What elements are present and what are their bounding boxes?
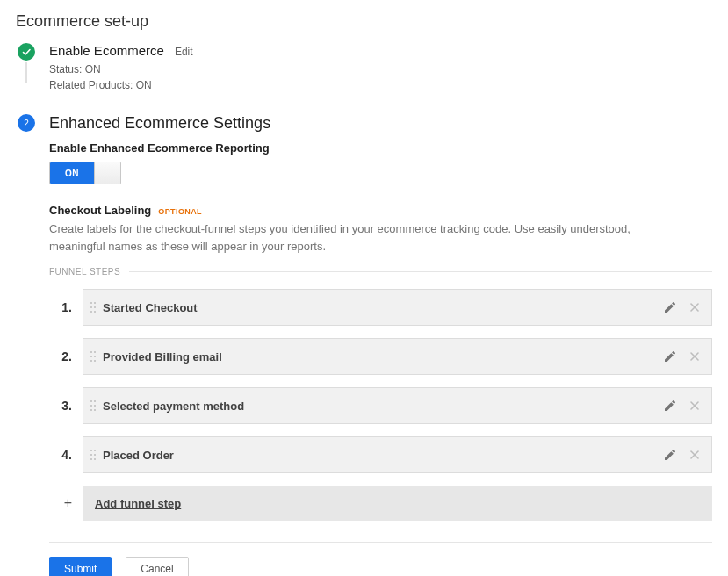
svg-point-10 — [90, 356, 92, 357]
close-icon[interactable] — [687, 398, 703, 414]
cancel-button[interactable]: Cancel — [126, 557, 188, 576]
funnel-step-row: 2.Provided Billing email — [49, 338, 712, 375]
svg-point-17 — [94, 400, 96, 402]
toggle-off-side — [94, 162, 120, 184]
close-icon[interactable] — [687, 299, 703, 315]
enable-reporting-toggle[interactable]: ON — [49, 162, 121, 184]
svg-point-12 — [90, 360, 92, 362]
row-number: 1. — [49, 289, 74, 326]
funnel-step-label: Provided Billing email — [103, 350, 657, 364]
funnel-step-box: Provided Billing email — [83, 338, 712, 375]
drag-handle-icon[interactable] — [89, 349, 97, 364]
step-title: Enhanced Ecommerce Settings — [49, 114, 270, 133]
close-icon[interactable] — [687, 349, 703, 364]
status-label: Status: ON — [49, 61, 712, 77]
check-icon — [18, 43, 35, 61]
checkout-help-text: Create labels for the checkout-funnel st… — [49, 220, 664, 255]
page-title: Ecommerce set-up — [16, 12, 712, 31]
svg-point-9 — [94, 351, 96, 353]
svg-point-18 — [90, 405, 92, 407]
pencil-icon[interactable] — [662, 349, 678, 364]
enable-reporting-label: Enable Enhanced Ecommerce Reporting — [49, 141, 712, 155]
svg-point-4 — [90, 311, 92, 313]
connector-line — [25, 62, 27, 83]
related-products-label: Related Products: ON — [49, 77, 712, 93]
funnel-step-label: Placed Order — [103, 449, 657, 462]
edit-link[interactable]: Edit — [175, 46, 193, 58]
funnel-steps-header: FUNNEL STEPS — [49, 267, 712, 277]
drag-handle-icon[interactable] — [89, 300, 97, 314]
plus-icon: + — [49, 486, 74, 521]
svg-point-24 — [90, 450, 92, 451]
optional-tag: OPTIONAL — [158, 207, 202, 216]
funnel-step-box: Selected payment method — [83, 387, 712, 424]
funnel-steps-label: FUNNEL STEPS — [49, 267, 120, 277]
step-enable-ecommerce: Enable Ecommerce Edit Status: ON Related… — [16, 43, 712, 93]
svg-point-1 — [94, 302, 96, 304]
svg-point-5 — [94, 311, 96, 313]
funnel-step-row: 3.Selected payment method — [49, 387, 712, 424]
add-funnel-step-label: Add funnel step — [95, 497, 181, 510]
row-number: 4. — [49, 436, 74, 473]
funnel-step-label: Started Checkout — [103, 301, 657, 314]
svg-point-8 — [90, 351, 92, 353]
funnel-step-label: Selected payment method — [103, 400, 657, 413]
svg-point-0 — [90, 302, 92, 304]
svg-point-20 — [90, 409, 92, 411]
svg-point-13 — [94, 360, 96, 362]
svg-point-21 — [94, 409, 96, 411]
close-icon[interactable] — [687, 447, 703, 463]
step-number-badge: 2 — [18, 114, 35, 132]
pencil-icon[interactable] — [662, 447, 678, 463]
funnel-step-box: Placed Order — [83, 436, 712, 473]
row-number: 2. — [49, 338, 74, 375]
funnel-step-box: Started Checkout — [83, 289, 712, 326]
step-title: Enable Ecommerce — [49, 43, 164, 58]
step-enhanced-ecommerce: 2 Enhanced Ecommerce Settings Enable Enh… — [16, 114, 712, 576]
svg-point-29 — [94, 458, 96, 460]
add-funnel-step-row: + Add funnel step — [49, 486, 712, 521]
toggle-on-label: ON — [50, 162, 94, 184]
pencil-icon[interactable] — [662, 398, 678, 414]
pencil-icon[interactable] — [662, 299, 678, 315]
drag-handle-icon[interactable] — [89, 448, 97, 462]
svg-point-26 — [90, 454, 92, 456]
svg-point-27 — [94, 454, 96, 456]
svg-point-28 — [90, 458, 92, 460]
drag-handle-icon[interactable] — [89, 399, 97, 413]
checkout-labeling-title: Checkout Labeling — [49, 204, 151, 217]
svg-point-11 — [94, 356, 96, 357]
svg-point-3 — [94, 306, 96, 308]
divider-line — [129, 271, 712, 272]
add-funnel-step-button[interactable]: Add funnel step — [83, 486, 712, 521]
funnel-step-row: 1.Started Checkout — [49, 289, 712, 326]
svg-point-25 — [94, 450, 96, 451]
submit-button[interactable]: Submit — [49, 557, 112, 576]
funnel-step-row: 4.Placed Order — [49, 436, 712, 473]
row-number: 3. — [49, 387, 74, 424]
divider-line — [49, 542, 712, 543]
funnel-list: 1.Started Checkout2.Provided Billing ema… — [49, 289, 712, 473]
svg-point-2 — [90, 306, 92, 308]
svg-point-16 — [90, 400, 92, 402]
svg-point-19 — [94, 405, 96, 407]
